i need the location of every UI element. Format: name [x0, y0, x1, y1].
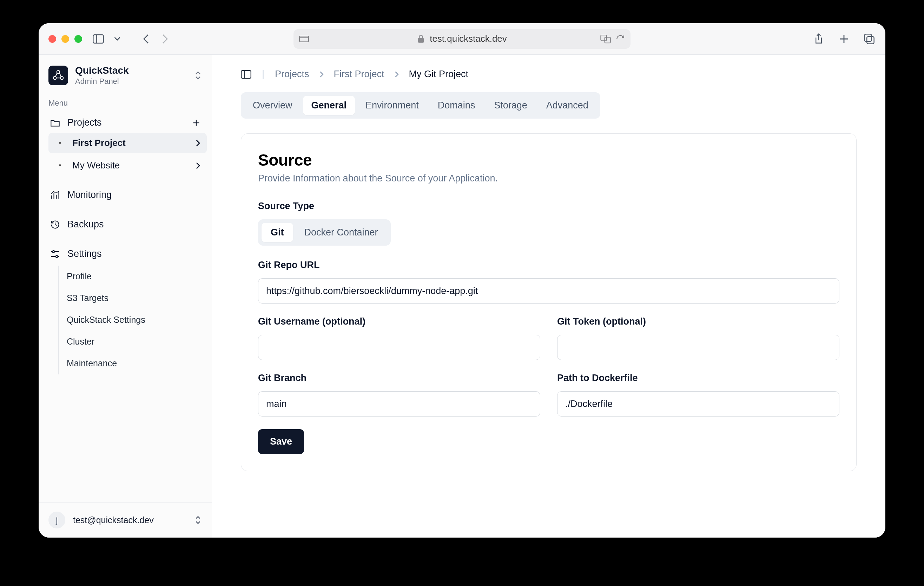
svg-point-13 [53, 76, 56, 80]
sidebar-item-label: First Project [72, 138, 126, 148]
dockerfile-path-label: Path to Dockerfile [557, 373, 840, 384]
tab-overview[interactable]: Overview [244, 96, 301, 115]
svg-point-14 [60, 76, 64, 80]
chevron-right-icon [394, 71, 399, 78]
tab-overview-icon[interactable] [863, 33, 876, 45]
nav-forward-button[interactable] [159, 33, 171, 45]
address-bar[interactable]: test.quickstack.dev [294, 29, 630, 49]
svg-rect-0 [93, 35, 103, 43]
folder-icon [50, 119, 60, 127]
sidebar-item-maintenance[interactable]: Maintenance [67, 353, 207, 374]
close-window-button[interactable] [48, 35, 56, 43]
svg-point-12 [57, 71, 60, 74]
sidebar-item-quickstack-settings[interactable]: QuickStack Settings [67, 309, 207, 331]
git-url-label: Git Repo URL [258, 260, 840, 270]
chevron-up-down-icon [194, 71, 202, 81]
brand-title: QuickStack [75, 65, 129, 76]
source-type-label: Source Type [258, 201, 840, 212]
sidebar-account[interactable]: j test@quickstack.dev [39, 502, 212, 538]
sidebar-item-settings[interactable]: Settings [43, 244, 207, 264]
card-title: Source [258, 151, 840, 170]
chevron-right-icon [196, 139, 200, 147]
menu-section-label: Menu [39, 94, 212, 113]
brand-subtitle: Admin Panel [75, 77, 129, 86]
bullet-icon: • [55, 162, 65, 169]
git-branch-input[interactable] [258, 391, 540, 416]
sidebar-item-label: My Website [72, 160, 120, 171]
git-username-label: Git Username (optional) [258, 316, 540, 327]
sidebar-item-label: Backups [68, 219, 104, 230]
tab-storage[interactable]: Storage [485, 96, 536, 115]
git-token-label: Git Token (optional) [557, 316, 840, 327]
plus-icon[interactable] [192, 119, 200, 127]
tab-environment[interactable]: Environment [357, 96, 427, 115]
breadcrumb-first-project[interactable]: First Project [334, 69, 384, 80]
sidebar-item-monitoring[interactable]: Monitoring [43, 185, 207, 205]
svg-point-22 [52, 250, 54, 253]
settings-subnav: Profile S3 Targets QuickStack Settings C… [58, 266, 207, 374]
breadcrumb-current: My Git Project [409, 69, 469, 80]
sidebar-item-label: Settings [68, 249, 102, 259]
chevron-up-down-icon [194, 515, 202, 525]
sidebar-item-label: Monitoring [68, 189, 112, 200]
source-type-segmented: Git Docker Container [258, 219, 391, 245]
account-email: test@quickstack.dev [73, 515, 154, 525]
nav-back-button[interactable] [140, 33, 152, 45]
svg-rect-10 [864, 34, 871, 41]
minimize-window-button[interactable] [61, 35, 69, 43]
brand-switcher[interactable]: QuickStack Admin Panel [39, 55, 212, 94]
git-url-input[interactable] [258, 278, 840, 303]
browser-toolbar: test.quickstack.dev [39, 23, 885, 55]
bullet-icon: • [55, 139, 65, 146]
avatar: j [48, 512, 65, 528]
fullscreen-window-button[interactable] [74, 35, 82, 43]
lock-icon [417, 35, 425, 43]
save-button[interactable]: Save [258, 429, 304, 454]
brand-logo-icon [48, 66, 68, 85]
chevron-right-icon [196, 162, 200, 170]
svg-rect-2 [299, 36, 309, 41]
tab-general[interactable]: General [303, 96, 355, 115]
sidebar-item-label: Projects [68, 117, 102, 128]
dockerfile-path-input[interactable] [557, 391, 840, 416]
svg-point-24 [56, 255, 58, 258]
reload-icon[interactable] [616, 35, 625, 43]
website-settings-icon[interactable] [299, 35, 309, 43]
project-tabs: Overview General Environment Domains Sto… [241, 92, 600, 119]
sidebar-nav: Projects • First Project [39, 113, 212, 374]
source-type-git[interactable]: Git [262, 223, 293, 242]
sidebar-item-cluster[interactable]: Cluster [67, 331, 207, 353]
panel-left-icon[interactable] [241, 69, 251, 79]
card-description: Provide Information about the Source of … [258, 173, 840, 184]
new-tab-icon[interactable] [838, 33, 850, 45]
sidebar-item-my-website[interactable]: • My Website [48, 155, 207, 176]
sidebar-toggle-icon[interactable] [92, 33, 105, 45]
sidebar-item-profile[interactable]: Profile [67, 266, 207, 287]
source-type-docker[interactable]: Docker Container [295, 223, 387, 242]
share-icon[interactable] [812, 33, 825, 45]
sidebar-item-backups[interactable]: Backups [43, 214, 207, 235]
chevron-right-icon [319, 71, 324, 78]
app-sidebar: QuickStack Admin Panel Menu [39, 55, 212, 538]
source-card: Source Provide Information about the Sou… [241, 133, 856, 471]
address-bar-url: test.quickstack.dev [430, 33, 507, 44]
sidebar-item-first-project[interactable]: • First Project [48, 133, 207, 153]
separator: | [262, 69, 264, 80]
git-token-input[interactable] [557, 335, 840, 360]
svg-rect-11 [867, 36, 874, 43]
breadcrumb-projects[interactable]: Projects [275, 69, 309, 80]
sliders-icon [50, 250, 60, 258]
translate-icon[interactable] [600, 35, 611, 43]
sidebar-item-projects[interactable]: Projects [43, 113, 207, 133]
svg-rect-4 [418, 38, 424, 43]
git-username-input[interactable] [258, 335, 540, 360]
main-content: | Projects First Project My Git Project … [212, 55, 885, 538]
tab-domains[interactable]: Domains [429, 96, 484, 115]
sidebar-item-s3-targets[interactable]: S3 Targets [67, 287, 207, 309]
tab-advanced[interactable]: Advanced [538, 96, 597, 115]
browser-window: test.quickstack.dev [39, 23, 885, 538]
breadcrumb-bar: | Projects First Project My Git Project [241, 69, 856, 80]
chevron-down-icon[interactable] [111, 33, 124, 45]
git-branch-label: Git Branch [258, 373, 540, 384]
history-icon [50, 220, 60, 229]
